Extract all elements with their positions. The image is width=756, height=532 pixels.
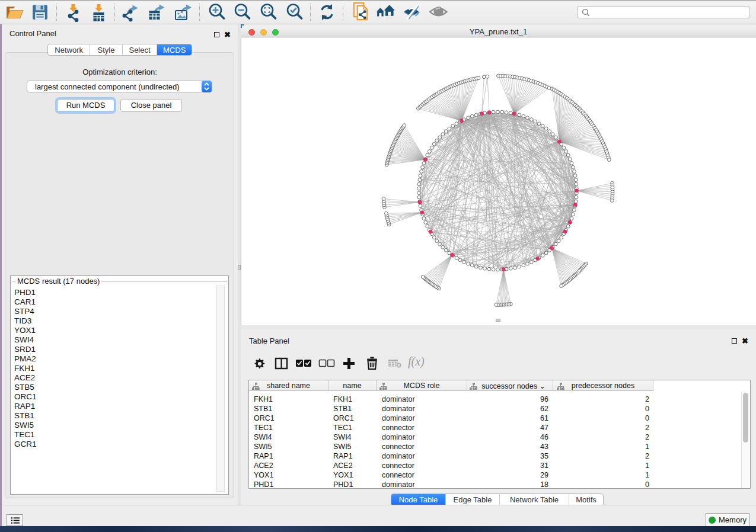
svg-text:f(x): f(x) — [408, 355, 425, 368]
